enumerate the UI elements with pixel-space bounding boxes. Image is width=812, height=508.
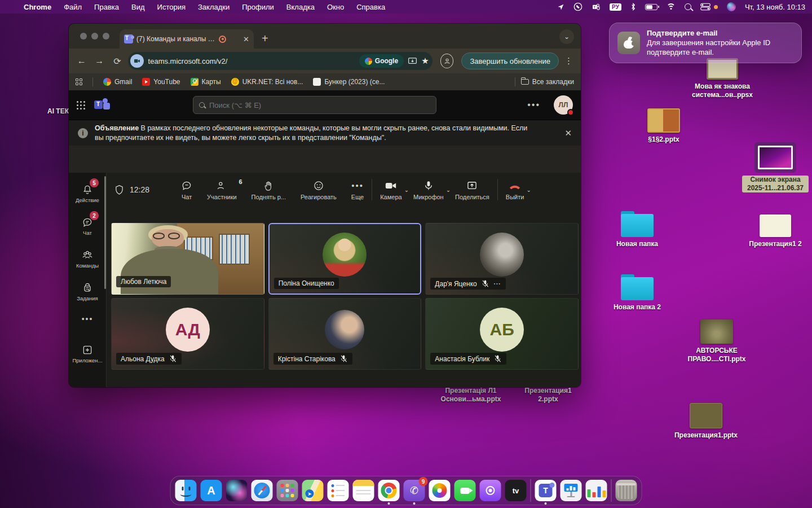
menu-app-name[interactable]: Chrome	[24, 3, 51, 11]
shield-icon[interactable]	[114, 185, 124, 195]
menu-item-help[interactable]: Справка	[356, 3, 385, 11]
share-button[interactable]: Поделиться	[455, 179, 489, 200]
sidebar-item-activity[interactable]: 5 Действие	[70, 178, 104, 209]
teams-logo-icon[interactable]	[94, 98, 109, 112]
forward-button[interactable]: →	[92, 53, 107, 69]
back-button[interactable]: ←	[74, 53, 89, 69]
dock-maps-icon[interactable]: ➤	[302, 480, 324, 501]
desktop-icon-new-folder[interactable]: Новая папка	[603, 211, 671, 248]
participant-tile[interactable]: АД Альона Дудка	[111, 298, 264, 370]
sidebar-item-apps[interactable]: Приложен...	[70, 339, 104, 369]
menu-item-tab[interactable]: Вкладка	[286, 3, 315, 11]
sidebar-item-chat[interactable]: 2 Чат	[70, 211, 104, 242]
raise-hand-button[interactable]: Поднять р...	[251, 179, 286, 200]
dock-launchpad-icon[interactable]	[277, 480, 298, 501]
dock-appletv-icon[interactable]	[505, 480, 527, 501]
desktop-icon-presentation1-2[interactable]: Презентация1 2	[742, 214, 809, 248]
app-launcher-icon[interactable]	[77, 101, 85, 110]
desktop-icon-mova[interactable]: Мова як знакова система...ов..ppsx	[689, 58, 756, 99]
leave-chevron-icon[interactable]: ⌄	[526, 187, 531, 193]
desktop-icon-paragraph[interactable]: §1§2.pptx	[630, 108, 698, 144]
menu-clock[interactable]: Чт, 13 нояб. 10:13	[745, 3, 805, 11]
dock-podcasts-icon[interactable]	[480, 480, 501, 501]
participant-tile-active-speaker[interactable]: Поліна Онищенко	[268, 223, 422, 295]
address-bar[interactable]: teams.microsoft.com/v2/ Google ★	[128, 52, 433, 70]
participant-tile-video[interactable]: Любов Летюча	[111, 223, 264, 295]
sidebar-item-teams[interactable]: Команды	[70, 244, 104, 274]
desktop-icon-avtorske-pravo[interactable]: АВТОРСЬКЕ ПРАВО....СТІ.pptx	[683, 319, 751, 364]
dock-reminders-icon[interactable]	[328, 480, 349, 501]
menu-item-file[interactable]: Файл	[64, 3, 82, 11]
dock-finder-icon[interactable]	[175, 480, 197, 501]
window-zoom-button[interactable]	[103, 33, 109, 40]
mic-chevron-icon[interactable]: ⌄	[446, 187, 451, 193]
dock-safari-icon[interactable]	[251, 480, 273, 501]
dock-facetime-icon[interactable]	[454, 480, 476, 501]
browser-menu-icon[interactable]: ⋮	[562, 56, 575, 66]
participants-button[interactable]: 6 Участники	[207, 179, 237, 200]
teams-status-icon[interactable]: T	[592, 2, 601, 11]
desktop-icon-new-folder-2[interactable]: Новая папка 2	[603, 274, 671, 312]
dock-siri-icon[interactable]	[226, 480, 248, 501]
dock-photos-icon[interactable]	[429, 480, 451, 501]
window-minimize-button[interactable]	[91, 33, 98, 40]
dock-chrome-icon[interactable]	[378, 480, 400, 501]
tile-more-icon[interactable]: ⋯	[493, 279, 501, 288]
bookmark-gmail[interactable]: Gmail	[103, 78, 132, 86]
wifi-icon[interactable]	[667, 2, 676, 11]
dock-keynote-icon[interactable]	[561, 480, 582, 501]
sidebar-item-assignments[interactable]: Задания	[70, 277, 104, 307]
profile-button[interactable]	[440, 54, 454, 68]
dock-appstore-icon[interactable]	[201, 480, 222, 501]
window-close-button[interactable]	[80, 33, 87, 40]
reload-button[interactable]: ⟳	[110, 53, 125, 69]
user-avatar[interactable]: ЛЛ	[554, 95, 573, 115]
menu-item-bookmarks[interactable]: Закладки	[198, 3, 230, 11]
location-icon[interactable]	[557, 2, 564, 11]
leave-button[interactable]: Выйти	[506, 179, 524, 200]
teams-more-options-icon[interactable]: •••	[527, 100, 540, 110]
siri-icon[interactable]	[727, 2, 736, 11]
menu-item-profiles[interactable]: Профили	[242, 3, 274, 11]
tab-close-icon[interactable]: ✕	[243, 35, 249, 43]
react-button[interactable]: Реагировать	[301, 179, 337, 200]
more-button[interactable]: ••• Еще	[351, 179, 364, 200]
browser-tab[interactable]: (7) Команды и каналы | С ✕	[120, 29, 254, 49]
control-center-icon[interactable]	[700, 2, 710, 11]
google-lens-chip[interactable]: Google	[359, 54, 404, 68]
bookmark-star-icon[interactable]: ★	[421, 56, 429, 66]
bookmark-youtube[interactable]: YouTube	[142, 78, 180, 86]
teams-search-box[interactable]	[193, 96, 436, 114]
install-pwa-icon[interactable]	[408, 58, 417, 65]
tab-search-chevron-icon[interactable]: ⌄	[559, 29, 574, 44]
finish-update-button[interactable]: Завершить обновление	[461, 52, 559, 69]
menu-item-view[interactable]: Вид	[131, 3, 145, 11]
new-tab-button[interactable]: +	[262, 32, 268, 49]
camera-in-use-icon[interactable]	[130, 54, 144, 68]
sidebar-item-more[interactable]: •••	[70, 309, 104, 329]
chat-button[interactable]: Чат	[181, 179, 192, 200]
bookmark-bunker[interactable]: Бункер (2023) (се...	[313, 78, 385, 86]
participant-tile[interactable]: Дар'я Яценко ⋯	[425, 223, 579, 295]
bookmark-maps[interactable]: Карты	[191, 78, 221, 86]
dock-trash-icon[interactable]	[616, 480, 637, 501]
bookmark-ukrnet[interactable]: UKR.NET: Всі нов...	[231, 78, 303, 86]
dock-teams-icon[interactable]: T	[535, 480, 557, 501]
search-input[interactable]	[209, 101, 430, 110]
dock-viber-icon[interactable]: ✆9	[404, 480, 425, 501]
menu-item-window[interactable]: Окно	[327, 3, 344, 11]
apple-id-notification[interactable]: Подтвердите e-mail Для завершения настро…	[609, 23, 802, 63]
camera-chevron-icon[interactable]: ⌄	[404, 187, 409, 193]
bluetooth-icon[interactable]	[630, 2, 636, 11]
battery-icon[interactable]	[645, 2, 657, 11]
dock-notes-icon[interactable]	[353, 480, 374, 501]
mic-button[interactable]: Микрофон	[413, 179, 444, 200]
participant-tile[interactable]: Крістіна Старікова	[268, 298, 422, 370]
participant-tile[interactable]: АБ Анастасія Бублик	[425, 298, 579, 370]
camera-button[interactable]: Камера	[380, 179, 401, 200]
input-source-badge[interactable]: РУ	[610, 3, 621, 11]
dock-numbers-icon[interactable]	[586, 480, 607, 501]
menu-item-edit[interactable]: Правка	[94, 3, 119, 11]
spotlight-search-icon[interactable]	[685, 2, 691, 11]
banner-close-icon[interactable]: ✕	[564, 128, 572, 138]
